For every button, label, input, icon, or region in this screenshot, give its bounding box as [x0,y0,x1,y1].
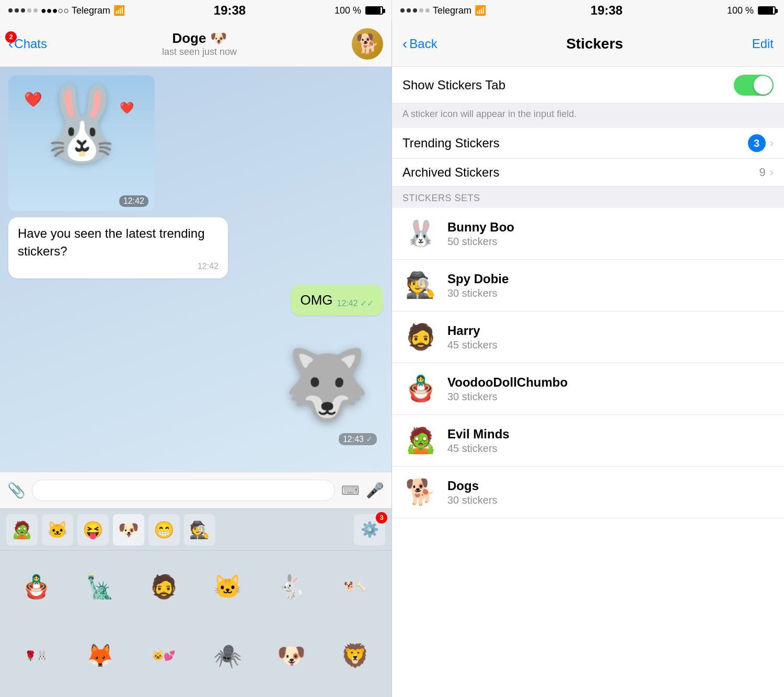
sticker-cell[interactable]: 🐱💕 [134,626,193,686]
show-stickers-toggle[interactable] [734,75,774,96]
sticker-tab-1[interactable]: 🐱 [42,514,73,545]
archived-stickers-right: 9 › [759,166,774,179]
show-stickers-tab-label: Show Stickers Tab [402,78,505,92]
stickers-header: ‹ Back Stickers Edit [392,21,784,67]
sticker-tab-2[interactable]: 😝 [77,514,109,545]
contact-name: Doge 🐶 [53,30,345,47]
show-stickers-tab-section: Show Stickers Tab [392,67,784,103]
voodoo-name: VoodooDollChumbo [447,375,774,390]
back-chevron-right-icon: ‹ [402,36,407,52]
stickers-back-label: Back [409,37,437,51]
spy-dobie-info: Spy Dobie 30 stickers [447,272,774,299]
left-battery-info: 100 % [335,5,383,16]
sticker-tab-3[interactable]: 🐶 [113,514,144,545]
trending-count-badge: 3 [748,134,766,152]
sticker-set-harry[interactable]: 🧔 Harry 45 stickers [392,311,784,363]
bunny-boo-count: 50 stickers [447,236,774,248]
back-chats-label: Chats [14,37,47,51]
trending-chevron-icon: › [770,136,774,150]
text-message-received: Have you seen the latest trending sticke… [8,217,228,278]
voodoo-info: VoodooDollChumbo 30 stickers [447,375,774,403]
sticker-message-received: 🐰 ❤️ ❤️ 12:42 [8,75,155,211]
status-bar-right: Telegram 📶 19:38 100 % [392,0,784,21]
attach-button[interactable]: 📎 [7,482,26,499]
evil-minds-count: 45 stickers [447,443,774,455]
sticker-cell[interactable]: 🕷️ [198,626,257,686]
mic-button[interactable]: 🎤 [366,482,384,499]
sticker-tray: 🧟 🐱 😝 🐶 😁 🕵️ ⚙️ 3 🪆 🗽 🧔 🐱 🐇 🐕🦴 [0,508,391,697]
sent-text: OMG [300,292,332,308]
sticker-set-evil-minds[interactable]: 🧟 Evil Minds 45 stickers [392,415,784,467]
dogs-thumb: 🐕 [402,474,439,510]
right-battery-info: 100 % [727,5,776,16]
sent-time-status: 12:42 ✓✓ [337,298,374,308]
sticker-cell[interactable]: 🐕🦴 [326,557,385,617]
sticker-set-voodoo[interactable]: 🪆 VoodooDollChumbo 30 stickers [392,363,784,415]
right-time: 19:38 [591,3,622,18]
sticker-cell[interactable]: 🐶 [262,626,321,686]
sticker-sets-header: STICKERS SETS [392,187,784,208]
stickers-title: Stickers [566,36,623,52]
left-wifi-icon: 📶 [113,5,125,16]
status-bar: ●●●○○ Telegram 📶 19:38 100 % Telegram 📶 … [0,0,784,21]
sticker-cell[interactable]: 🦊 [70,626,130,686]
message-text: Have you seen the latest trending sticke… [18,225,218,260]
sticker-set-dogs[interactable]: 🐕 Dogs 30 stickers [392,467,784,518]
status-bar-left: ●●●○○ Telegram 📶 19:38 100 % [0,0,392,21]
right-carrier-info: Telegram 📶 [400,5,486,16]
harry-name: Harry [447,323,774,338]
sticker-cell[interactable]: 🐱 [198,557,257,617]
contact-avatar[interactable]: 🐕 [352,28,383,60]
archived-count: 9 [759,166,765,179]
evil-minds-name: Evil Minds [447,427,774,442]
left-time: 19:38 [214,3,246,18]
sticker-cell[interactable]: 🌹🐰 [6,626,66,686]
sticker-time: 12:42 [119,195,148,207]
voodoo-thumb: 🪆 [402,370,439,407]
sticker-tab-5[interactable]: 🕵️ [184,514,215,545]
signal-dots [8,8,38,13]
back-to-chats-button[interactable]: 2 ‹ Chats [8,36,47,52]
bunny-boo-thumb: 🐰 [402,215,439,252]
left-carrier-label: ●●●○○ Telegram [41,5,110,16]
voodoo-count: 30 stickers [447,391,774,403]
sticker-settings-button[interactable]: ⚙️ 3 [354,514,385,545]
left-battery-pct: 100 % [335,5,361,16]
sticker-cell[interactable]: 🐇 [262,557,321,617]
sticker-cell[interactable]: 🗽 [70,557,130,617]
sticker-set-spy-dobie[interactable]: 🕵️ Spy Dobie 30 stickers [392,260,784,311]
sticker-cell[interactable]: 🧔 [134,557,193,617]
keyboard-button[interactable]: ⌨ [341,483,360,498]
archived-stickers-label: Archived Stickers [402,165,499,180]
chat-panel: 2 ‹ Chats Doge 🐶 last seen just now 🐕 🐰 … [0,21,392,697]
archived-stickers-row[interactable]: Archived Stickers 9 › [392,159,784,187]
chat-messages: 🐰 ❤️ ❤️ 12:42 Have you seen the latest t… [0,67,391,472]
trending-stickers-right: 3 › [748,134,774,152]
trending-archived-section: Trending Stickers 3 › Archived Stickers … [392,128,784,187]
bunny-boo-info: Bunny Boo 50 stickers [447,220,774,248]
chat-header: 2 ‹ Chats Doge 🐶 last seen just now 🐕 [0,21,391,67]
message-input[interactable] [32,480,335,501]
sticker-sets-list: 🐰 Bunny Boo 50 stickers 🕵️ Spy Dobie 30 … [392,208,784,697]
left-carrier-info: ●●●○○ Telegram 📶 [8,5,125,16]
stickers-edit-button[interactable]: Edit [752,37,774,51]
sticker-cell[interactable]: 🪆 [6,557,66,617]
harry-thumb: 🧔 [402,319,439,355]
toggle-knob [754,76,773,95]
sticker-tab-4[interactable]: 😁 [148,514,180,545]
message-time: 12:42 [18,262,218,271]
sticker-set-bunny-boo[interactable]: 🐰 Bunny Boo 50 stickers [392,208,784,260]
stickers-panel: ‹ Back Stickers Edit Show Stickers Tab A… [392,21,784,697]
bunny-boo-name: Bunny Boo [447,220,774,235]
right-signal-dots [400,8,430,13]
sticker-sent-time: 12:43 ✓ [339,433,377,445]
dogs-info: Dogs 30 stickers [447,479,774,506]
harry-count: 45 stickers [447,339,774,351]
trending-stickers-row[interactable]: Trending Stickers 3 › [392,128,784,159]
text-message-sent: OMG 12:42 ✓✓ [291,285,383,316]
sticker-cell[interactable]: 🦁 [326,626,385,686]
sticker-message-sent: 🐺 12:43 ✓ [274,322,379,447]
sticker-tab-0[interactable]: 🧟 [6,514,38,545]
chat-input-area: 📎 ⌨ 🎤 [0,472,391,508]
stickers-back-button[interactable]: ‹ Back [402,36,437,52]
